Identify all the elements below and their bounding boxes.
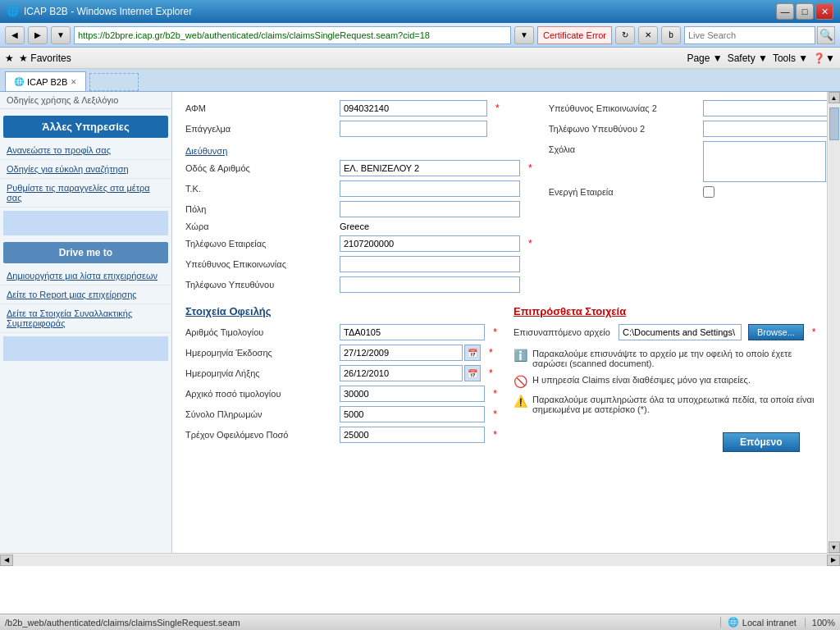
- ar-timologiou-input[interactable]: [340, 324, 485, 340]
- info-msg1-text: Παρακαλούμε επισυνάψτε το αρχείο με την …: [532, 349, 816, 368]
- ypeuthynos-input[interactable]: [340, 256, 520, 272]
- ar-timologiou-label: Αριθμός Τιμολογίου: [185, 327, 333, 337]
- energi-checkbox[interactable]: [703, 186, 714, 198]
- tilefono-yp-row: Τηλέφωνο Υπευθύνου: [185, 276, 532, 293]
- poli-input[interactable]: [340, 201, 520, 217]
- xwra-row: Χώρα Greece: [185, 221, 532, 231]
- trexon-ofeilomeno-input[interactable]: [340, 427, 485, 443]
- tools-menu[interactable]: Tools ▼: [773, 52, 808, 64]
- right-scrollbar[interactable]: ▲ ▼: [827, 92, 840, 553]
- episynaptomeno-row: Επισυναπτόμενο αρχείο Browse... *: [514, 324, 816, 340]
- odos-input[interactable]: [340, 160, 520, 176]
- close-button[interactable]: ✕: [815, 3, 833, 20]
- ar-timologiou-row: Αριθμός Τιμολογίου *: [185, 324, 497, 340]
- title-bar-left: 🌐 ICAP B2B - Windows Internet Explorer: [7, 6, 192, 17]
- sidebar-drive-link2[interactable]: Δείτε το Report μιας επιχείρησης: [0, 285, 171, 304]
- synolo-pliromwn-row: Σύνολο Πληρωμών *: [185, 406, 497, 422]
- h-scroll-left[interactable]: ◀: [0, 555, 13, 566]
- next-button[interactable]: Επόμενο: [723, 432, 800, 452]
- content-area: ΑΦΜ * Επάγγελμα Διεύθυνση Οδός & Αριθμός…: [172, 92, 827, 553]
- h-scroll-right[interactable]: ▶: [827, 555, 840, 566]
- tilefono-input[interactable]: [340, 235, 520, 252]
- sidebar-link-search[interactable]: Οδηγίες για εύκολη αναζήτηση: [0, 160, 171, 179]
- help-menu[interactable]: ❓▼: [813, 52, 835, 64]
- file-path-input[interactable]: [619, 324, 742, 340]
- search-input[interactable]: [684, 26, 815, 44]
- search-engine-button[interactable]: b: [661, 26, 681, 44]
- synolo-pliromwn-label: Σύνολο Πληρωμών: [185, 409, 333, 419]
- afm-row: ΑΦΜ *: [185, 100, 532, 116]
- scroll-up[interactable]: ▲: [829, 92, 840, 103]
- stop-button[interactable]: ✕: [638, 26, 658, 44]
- debt-section-title: Στοιχεία Οφειλής: [185, 305, 497, 317]
- tilefono-label: Τηλέφωνο Εταιρείας: [185, 239, 333, 249]
- dieuthynsi-link[interactable]: Διεύθυνση: [185, 146, 227, 156]
- maximize-button[interactable]: □: [796, 3, 814, 20]
- im-ekdosis-calendar-icon[interactable]: 📅: [464, 345, 481, 361]
- tilefono-yp-input[interactable]: [340, 276, 520, 293]
- skolia-textarea[interactable]: [703, 141, 826, 182]
- dropdown2-button[interactable]: ▼: [514, 26, 534, 44]
- episynaptomeno-req: *: [812, 326, 816, 338]
- status-zoom: 100%: [805, 618, 835, 628]
- scroll-down[interactable]: ▼: [829, 541, 840, 553]
- arxiko-poso-row: Αρχικό ποσό τιμολογίου *: [185, 386, 497, 402]
- trexon-ofeilomeno-label: Τρέχον Οφειλόμενο Ποσό: [185, 430, 333, 440]
- im-ekdosis-req: *: [489, 347, 493, 358]
- til-yp2-row: Τηλέφωνο Υπευθύνου 2: [549, 121, 827, 137]
- odos-label: Οδός & Αριθμός: [185, 163, 333, 173]
- search-button[interactable]: 🔍: [817, 26, 835, 44]
- synolo-pliromwn-input[interactable]: [340, 406, 485, 422]
- im-lixis-req: *: [489, 368, 493, 379]
- arxiko-poso-input[interactable]: [340, 386, 485, 402]
- scroll-thumb[interactable]: [829, 107, 839, 140]
- window-title: ICAP B2B - Windows Internet Explorer: [24, 6, 192, 17]
- globe-icon: 🌐: [728, 617, 739, 628]
- sidebar-top-link[interactable]: Οδηγίες χρήσης & Λεξιλόγιο: [0, 92, 171, 109]
- afm-input[interactable]: [340, 100, 487, 116]
- yp-epik2-row: Υπεύθυνος Επικοινωνίας 2: [549, 100, 827, 116]
- page-menu[interactable]: Page ▼: [687, 52, 722, 64]
- im-lixis-label: Ημερομηνία Λήξης: [185, 368, 333, 378]
- sidebar-blue-box: [3, 211, 168, 235]
- im-ekdosis-input[interactable]: [340, 345, 463, 361]
- sidebar-drive-link3[interactable]: Δείτε τα Στοιχεία Συναλλακτικής Συμπεριφ…: [0, 304, 171, 333]
- sidebar-link-profile[interactable]: Ανανεώστε το προφίλ σας: [0, 141, 171, 160]
- main-tab[interactable]: 🌐 ICAP B2B ✕: [5, 71, 86, 91]
- forward-button[interactable]: ▶: [28, 26, 48, 44]
- address-bar[interactable]: https://b2bpre.icap.gr/b2b_web/authentic…: [74, 26, 511, 44]
- ie-icon: 🌐: [7, 6, 19, 17]
- poli-row: Πόλη: [185, 201, 532, 217]
- cert-error-button[interactable]: Certificate Error: [537, 26, 612, 44]
- favorites-icon: ★: [5, 52, 14, 64]
- top-form: ΑΦΜ * Επάγγελμα Διεύθυνση Οδός & Αριθμός…: [185, 100, 814, 297]
- poli-label: Πόλη: [185, 204, 333, 214]
- safety-menu[interactable]: Safety ▼: [728, 52, 768, 64]
- sidebar-blue-box2: [3, 336, 168, 361]
- im-lixis-input[interactable]: [340, 365, 463, 381]
- epangelma-label: Επάγγελμα: [185, 124, 333, 134]
- dropdown-button[interactable]: ▼: [51, 26, 71, 44]
- epangelma-input[interactable]: [340, 121, 487, 137]
- minimize-button[interactable]: —: [776, 3, 794, 20]
- horizontal-scrollbar[interactable]: ◀ ▶: [0, 553, 840, 566]
- tilefono-row: Τηλέφωνο Εταιρείας *: [185, 235, 532, 252]
- til-yp2-input[interactable]: [703, 121, 827, 137]
- tilefono-yp-label: Τηλέφωνο Υπευθύνου: [185, 280, 333, 290]
- error-icon2: 🚫: [514, 375, 527, 388]
- tk-input[interactable]: [340, 180, 520, 197]
- back-button[interactable]: ◀: [5, 26, 25, 44]
- status-zone: 🌐 Local intranet: [720, 617, 797, 628]
- yp-epik2-input[interactable]: [703, 100, 827, 116]
- browse-button[interactable]: Browse...: [748, 324, 804, 340]
- favorites-label[interactable]: ★ Favorites: [19, 52, 71, 64]
- tab-close-icon[interactable]: ✕: [71, 78, 77, 86]
- im-lixis-calendar-icon[interactable]: 📅: [464, 365, 481, 381]
- sidebar-drive-link1[interactable]: Δημιουργήστε μια λίστα επιχειρήσεων: [0, 267, 171, 285]
- sidebar-link-orders[interactable]: Ρυθμίστε τις παραγγελίες στα μέτρα σας: [0, 179, 171, 208]
- zone-label: Local intranet: [742, 618, 797, 628]
- refresh-button[interactable]: ↻: [615, 26, 635, 44]
- zoom-label: 100%: [812, 618, 835, 628]
- im-ekdosis-wrap: 📅: [340, 345, 481, 361]
- address-url: https://b2bpre.icap.gr/b2b_web/authentic…: [78, 30, 430, 40]
